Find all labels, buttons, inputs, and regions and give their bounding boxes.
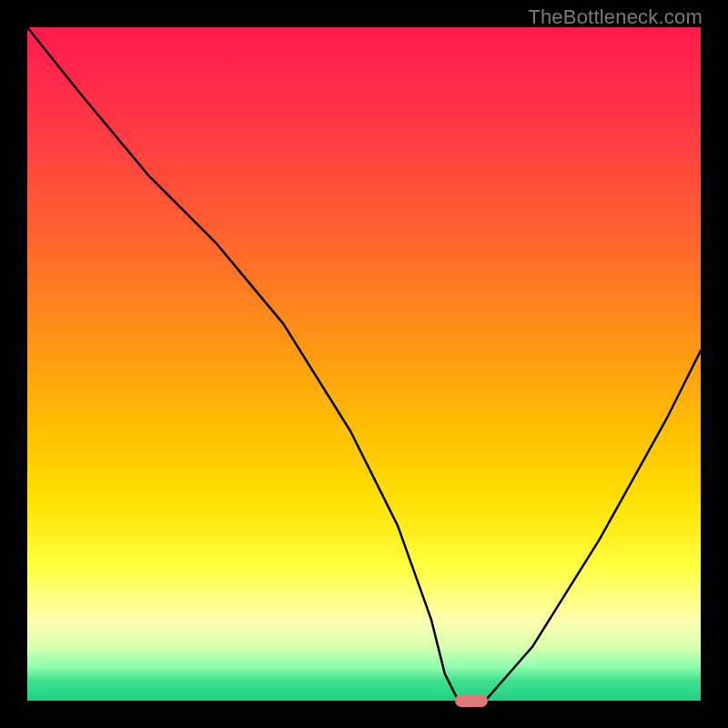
plot-area	[27, 27, 701, 701]
curve-svg	[27, 27, 701, 701]
watermark-text: TheBottleneck.com	[528, 5, 703, 29]
chart-frame: TheBottleneck.com	[0, 0, 728, 728]
bottleneck-curve	[27, 27, 701, 701]
optimal-marker	[455, 694, 488, 707]
